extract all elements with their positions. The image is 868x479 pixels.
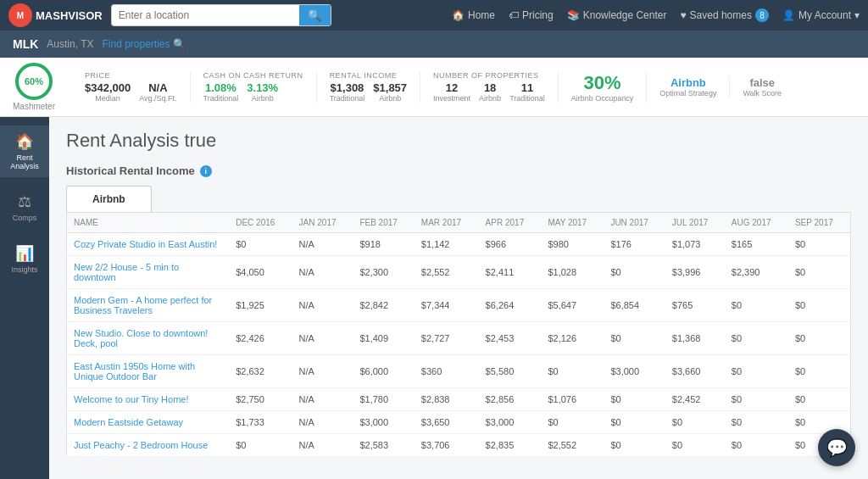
data-cell: $176 (604, 233, 665, 256)
property-name-cell[interactable]: Modern Gem - A home perfect for Business… (67, 289, 230, 322)
rental-traditional-label: Traditional (330, 94, 365, 103)
data-cell: $0 (725, 289, 788, 322)
search-icon: 🔍 (173, 38, 186, 50)
price-sqft-col: N/A Avg./Sq.Ft. (139, 81, 176, 103)
tab-airbnb[interactable]: Airbnb (66, 186, 152, 212)
data-cell: $3,660 (665, 355, 725, 388)
property-name-cell[interactable]: Modern Eastside Getaway (67, 411, 230, 434)
price-label: PRICE (85, 71, 110, 80)
data-cell: $2,300 (353, 256, 414, 289)
data-cell: $3,650 (415, 411, 479, 434)
num-traditional-label: Traditional (509, 94, 545, 103)
data-cell: $3,996 (665, 256, 725, 289)
chat-button[interactable]: 💬 (818, 429, 855, 466)
data-cell: $2,126 (541, 322, 604, 355)
knowledge-icon: 📚 (567, 9, 580, 21)
nav-pricing[interactable]: 🏷 Pricing (509, 9, 554, 21)
table-row: New 2/2 House - 5 min to downtown$4,050N… (67, 256, 851, 289)
data-cell: $6,854 (604, 289, 665, 322)
table-row: Welcome to our Tiny Home!$2,750N/A$1,780… (67, 388, 851, 411)
sidebar-item-insights[interactable]: 📊 Insights (0, 237, 49, 281)
data-cell: $0 (229, 233, 292, 256)
content-area: Rent Analysis true Historical Rental Inc… (49, 117, 868, 479)
data-cell: $3,706 (415, 434, 479, 457)
num-investment-col: 12 Investment (433, 81, 470, 103)
data-cell: $0 (604, 411, 665, 434)
search-input[interactable] (112, 5, 299, 25)
table-row: East Austin 1950s Home with Unique Outdo… (67, 355, 851, 388)
data-cell: $0 (665, 434, 725, 457)
price-median-label: Median (95, 94, 120, 103)
nav-account[interactable]: 👤 My Account ▾ (782, 9, 860, 21)
property-name-cell[interactable]: Cozy Private Studio in East Austin! (67, 233, 230, 256)
rental-traditional-col: $1,308 Traditional (330, 81, 365, 103)
col-jun2017: JUN 2017 (604, 213, 665, 233)
stats-bar: 60% Mashmeter PRICE $342,000 Median N/A … (0, 58, 868, 117)
num-airbnb-label: Airbnb (479, 94, 501, 103)
rent-analysis-icon: 🏠 (15, 132, 34, 151)
coc-traditional-label: Traditional (203, 94, 239, 103)
data-cell: $2,835 (479, 434, 542, 457)
walk-score-value: false (749, 76, 775, 89)
stat-price: PRICE $342,000 Median N/A Avg./Sq.Ft. (72, 71, 191, 103)
data-cell: $360 (415, 355, 479, 388)
col-sep2017: SEP 2017 (788, 213, 851, 233)
rental-income-table: NAME DEC 2016 JAN 2017 FEB 2017 MAR 2017… (66, 212, 851, 457)
price-sqft-value: N/A (148, 81, 167, 94)
nav-home[interactable]: 🏠 Home (452, 9, 495, 21)
data-cell: $2,452 (665, 388, 725, 411)
col-may2017: MAY 2017 (541, 213, 604, 233)
stat-walk: false Walk Score (730, 76, 794, 97)
optimal-value: Airbnb (670, 76, 706, 89)
sidebar: 🏠 RentAnalysis ⚖ Comps 📊 Insights (0, 117, 49, 479)
logo: M MASHVISOR (8, 3, 103, 27)
coc-airbnb-value: 3.13% (247, 81, 278, 94)
data-cell: N/A (292, 411, 353, 434)
stat-rental: RENTAL INCOME $1,308 Traditional $1,857 … (317, 71, 420, 103)
property-name-cell[interactable]: New 2/2 House - 5 min to downtown (67, 256, 230, 289)
table-row: New Studio. Close to downtown! Deck, poo… (67, 322, 851, 355)
section-title-text: Historical Rental Income (66, 164, 195, 177)
data-cell: $1,780 (353, 388, 414, 411)
price-sqft-label: Avg./Sq.Ft. (139, 94, 176, 103)
data-cell: $1,733 (229, 411, 292, 434)
col-name: NAME (67, 213, 230, 233)
data-cell: N/A (292, 434, 353, 457)
data-cell: $918 (353, 233, 414, 256)
col-mar2017: MAR 2017 (415, 213, 479, 233)
data-cell: $0 (788, 289, 851, 322)
property-name-cell[interactable]: Welcome to our Tiny Home! (67, 388, 230, 411)
coc-airbnb-col: 3.13% Airbnb (247, 81, 278, 103)
walk-col: false Walk Score (743, 76, 782, 97)
property-name-cell[interactable]: New Studio. Close to downtown! Deck, poo… (67, 322, 230, 355)
search-button[interactable]: 🔍 (299, 5, 331, 25)
data-cell: $0 (725, 355, 788, 388)
data-cell: N/A (292, 355, 353, 388)
data-cell: $0 (665, 411, 725, 434)
airbnb-occ-value: 30% (584, 72, 621, 94)
nav-saved-homes[interactable]: ♥ Saved homes 8 (680, 8, 769, 22)
search-bar[interactable]: 🔍 (111, 4, 331, 26)
col-jan2017: JAN 2017 (292, 213, 353, 233)
mashmeter-label: Mashmeter (13, 102, 55, 111)
heart-icon: ♥ (680, 9, 686, 21)
data-cell: $3,000 (353, 411, 414, 434)
home-icon: 🏠 (452, 9, 465, 21)
sidebar-item-comps[interactable]: ⚖ Comps (0, 186, 49, 229)
sidebar-item-rent-analysis[interactable]: 🏠 RentAnalysis (0, 125, 49, 177)
nav-knowledge[interactable]: 📚 Knowledge Center (567, 9, 667, 21)
data-cell: $2,727 (415, 322, 479, 355)
property-name-cell[interactable]: East Austin 1950s Home with Unique Outdo… (67, 355, 230, 388)
data-cell: $3,000 (479, 411, 542, 434)
chat-icon: 💬 (826, 437, 848, 458)
table-row: Cozy Private Studio in East Austin!$0N/A… (67, 233, 851, 256)
neighborhood-title: MLK (13, 37, 38, 51)
data-cell: $2,552 (541, 434, 604, 457)
nav-links: 🏠 Home 🏷 Pricing 📚 Knowledge Center ♥ Sa… (452, 8, 860, 22)
find-properties-link[interactable]: Find properties 🔍 (102, 38, 185, 50)
data-cell: $1,409 (353, 322, 414, 355)
data-cell: $0 (788, 388, 851, 411)
stat-coc: CASH ON CASH RETURN 1.08% Traditional 3.… (191, 71, 317, 103)
property-name-cell[interactable]: Just Peachy - 2 Bedroom House (67, 434, 230, 457)
num-traditional-value: 11 (521, 81, 533, 94)
